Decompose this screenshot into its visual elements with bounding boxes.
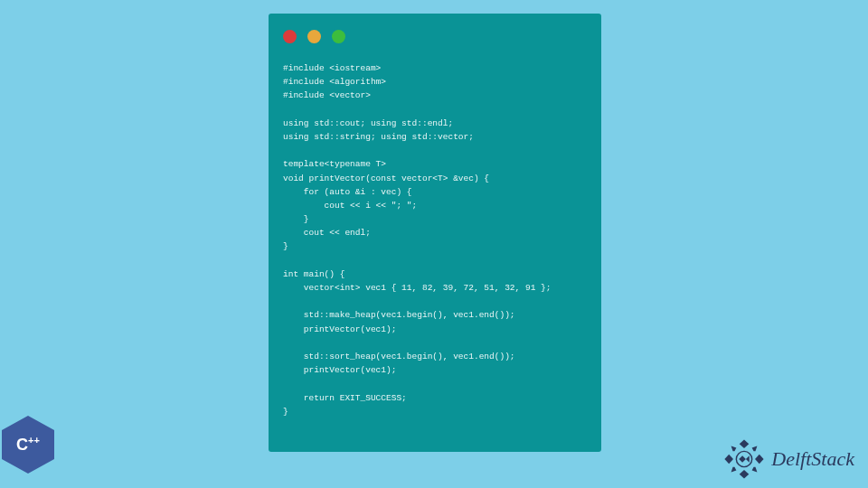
svg-marker-7 — [752, 467, 758, 473]
delft-logo: DelftStack — [722, 437, 854, 481]
window-controls — [283, 30, 587, 43]
svg-marker-5 — [752, 446, 758, 452]
cpp-c-letter: C — [16, 436, 28, 454]
svg-marker-4 — [731, 446, 737, 452]
delft-brand-text: DelftStack — [771, 447, 854, 471]
minimize-icon — [307, 30, 321, 43]
svg-marker-6 — [731, 467, 737, 473]
cpp-hexagon-icon: C++ — [2, 416, 54, 474]
svg-marker-3 — [755, 455, 764, 465]
code-content: #include <iostream> #include <algorithm>… — [283, 61, 587, 418]
cpp-logo: C++ — [2, 416, 74, 488]
close-icon — [283, 30, 297, 43]
code-window: #include <iostream> #include <algorithm>… — [269, 14, 601, 452]
svg-marker-2 — [725, 455, 734, 465]
svg-marker-1 — [740, 470, 750, 479]
cpp-plus-symbols: ++ — [28, 435, 40, 446]
svg-marker-0 — [740, 439, 750, 448]
delft-emblem-icon — [722, 437, 766, 481]
cpp-label: C++ — [16, 436, 40, 452]
maximize-icon — [332, 30, 345, 43]
